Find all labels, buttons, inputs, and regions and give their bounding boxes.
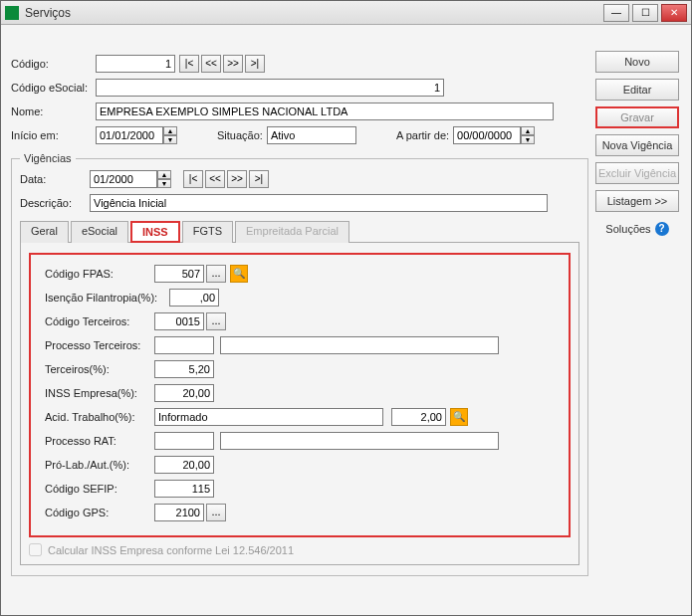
fpas-row: Código FPAS: ... 🔍 bbox=[45, 265, 555, 283]
nav-first[interactable]: |< bbox=[179, 55, 199, 73]
codigo-esocial-input[interactable] bbox=[96, 79, 444, 97]
situacao-input[interactable] bbox=[267, 126, 356, 144]
terc-pct-input[interactable] bbox=[154, 360, 214, 378]
nav-next[interactable]: >> bbox=[223, 55, 243, 73]
novo-button[interactable]: Novo bbox=[595, 51, 679, 73]
cod-terc-row: Código Terceiros: ... bbox=[45, 312, 555, 330]
vig-data-row: Data: ▲ ▼ |< << >> >| bbox=[20, 170, 579, 188]
proc-rat-label: Processo RAT: bbox=[45, 435, 154, 447]
terc-pct-row: Terceiros(%): bbox=[45, 360, 555, 378]
prolab-label: Pró-Lab./Aut.(%): bbox=[45, 459, 154, 471]
proc-rat-input[interactable] bbox=[154, 432, 214, 450]
editar-button[interactable]: Editar bbox=[595, 79, 679, 101]
cod-terc-input[interactable] bbox=[154, 312, 204, 330]
prolab-input[interactable] bbox=[154, 456, 214, 474]
sefip-input[interactable] bbox=[154, 480, 214, 498]
inicio-down[interactable]: ▼ bbox=[163, 135, 177, 144]
inss-highlight-box: Código FPAS: ... 🔍 Isenção Filantropia(%… bbox=[29, 253, 571, 537]
tab-empreitada[interactable]: Empreitada Parcial bbox=[235, 221, 349, 243]
help-icon[interactable]: ? bbox=[655, 222, 669, 236]
gps-input[interactable] bbox=[154, 504, 204, 521]
vig-data-spin: ▲ ▼ bbox=[90, 170, 171, 188]
fpas-lookup[interactable]: ... bbox=[206, 265, 226, 283]
terc-pct-label: Terceiros(%): bbox=[45, 363, 154, 375]
proc-terc-desc[interactable] bbox=[220, 336, 499, 354]
apartir-input[interactable] bbox=[453, 126, 521, 144]
cod-terc-label: Código Terceiros: bbox=[45, 315, 154, 327]
cod-terc-lookup[interactable]: ... bbox=[206, 312, 226, 330]
calc-inss-label: Calcular INSS Empresa conforme Lei 12.54… bbox=[48, 544, 294, 556]
proc-rat-row: Processo RAT: bbox=[45, 432, 555, 450]
vig-desc-input[interactable] bbox=[90, 194, 548, 212]
sefip-label: Código SEFIP: bbox=[45, 483, 154, 495]
fpas-input[interactable] bbox=[154, 265, 204, 283]
acid-value[interactable] bbox=[391, 408, 446, 426]
gravar-button[interactable]: Gravar bbox=[595, 106, 679, 128]
isencao-row: Isenção Filantropia(%): bbox=[45, 289, 555, 307]
acid-select[interactable] bbox=[154, 408, 383, 426]
maximize-button[interactable]: ☐ bbox=[632, 4, 658, 22]
vig-data-down[interactable]: ▼ bbox=[157, 179, 171, 188]
isencao-input[interactable] bbox=[169, 289, 219, 307]
acid-search-icon[interactable]: 🔍 bbox=[450, 408, 468, 426]
vig-nav-first[interactable]: |< bbox=[183, 170, 203, 188]
prolab-row: Pró-Lab./Aut.(%): bbox=[45, 456, 555, 474]
listagem-button[interactable]: Listagem >> bbox=[595, 190, 679, 212]
codigo-esocial-row: Código eSocial: bbox=[11, 79, 588, 97]
minimize-button[interactable]: — bbox=[603, 4, 629, 22]
client-area: Novo Editar Gravar Nova Vigência Excluir… bbox=[1, 25, 691, 615]
vig-nav-next[interactable]: >> bbox=[227, 170, 247, 188]
titlebar: Serviços — ☐ ✕ bbox=[1, 1, 691, 25]
codigo-nav: |< << >> >| bbox=[179, 55, 265, 73]
tab-inss[interactable]: INSS bbox=[130, 221, 180, 243]
close-button[interactable]: ✕ bbox=[661, 4, 687, 22]
nome-input[interactable] bbox=[96, 103, 554, 120]
solucoes-label[interactable]: Soluções bbox=[605, 223, 650, 235]
gps-label: Código GPS: bbox=[45, 507, 154, 518]
codigo-label: Código: bbox=[11, 58, 96, 70]
codigo-esocial-label: Código eSocial: bbox=[11, 82, 96, 94]
situacao-label: Situação: bbox=[217, 129, 263, 141]
window: Serviços — ☐ ✕ Novo Editar Gravar Nova V… bbox=[0, 0, 692, 616]
inss-emp-label: INSS Empresa(%): bbox=[45, 387, 154, 399]
nome-row: Nome: bbox=[11, 103, 588, 120]
app-icon bbox=[5, 6, 19, 20]
apartir-spin: ▲ ▼ bbox=[453, 126, 535, 144]
apartir-up[interactable]: ▲ bbox=[521, 126, 535, 135]
window-title: Serviços bbox=[25, 6, 603, 20]
nav-prev[interactable]: << bbox=[201, 55, 221, 73]
vig-nav-prev[interactable]: << bbox=[205, 170, 225, 188]
fpas-search-icon[interactable]: 🔍 bbox=[230, 265, 248, 283]
inss-emp-input[interactable] bbox=[154, 384, 214, 402]
tab-esocial[interactable]: eSocial bbox=[71, 221, 128, 243]
tab-fgts[interactable]: FGTS bbox=[182, 221, 233, 243]
inicio-spin: ▲ ▼ bbox=[96, 126, 177, 144]
inicio-row: Início em: ▲ ▼ Situação: A partir de: ▲ … bbox=[11, 126, 588, 144]
vigencias-fieldset: Vigências Data: ▲ ▼ |< << >> >| bbox=[11, 152, 588, 576]
side-buttons: Novo Editar Gravar Nova Vigência Excluir… bbox=[595, 51, 679, 240]
tab-geral[interactable]: Geral bbox=[20, 221, 69, 243]
calc-inss-checkbox[interactable] bbox=[29, 543, 42, 556]
acid-row: Acid. Trabalho(%): 🔍 bbox=[45, 408, 555, 426]
vig-desc-label: Descrição: bbox=[20, 197, 90, 209]
vig-data-input[interactable] bbox=[90, 170, 157, 188]
proc-terc-label: Processo Terceiros: bbox=[45, 339, 154, 351]
vig-data-up[interactable]: ▲ bbox=[157, 170, 171, 179]
nova-vigencia-button[interactable]: Nova Vigência bbox=[595, 134, 679, 156]
proc-terc-input[interactable] bbox=[154, 336, 214, 354]
isencao-label: Isenção Filantropia(%): bbox=[45, 292, 169, 304]
proc-rat-desc[interactable] bbox=[220, 432, 499, 450]
acid-label: Acid. Trabalho(%): bbox=[45, 411, 154, 423]
solucoes-row: Soluções ? bbox=[595, 218, 679, 240]
inicio-input[interactable] bbox=[96, 126, 163, 144]
codigo-input[interactable] bbox=[96, 55, 175, 73]
gps-lookup[interactable]: ... bbox=[206, 504, 226, 521]
inicio-up[interactable]: ▲ bbox=[163, 126, 177, 135]
vig-nav-last[interactable]: >| bbox=[249, 170, 269, 188]
codigo-row: Código: |< << >> >| bbox=[11, 55, 588, 73]
vig-desc-row: Descrição: bbox=[20, 194, 579, 212]
excluir-vigencia-button[interactable]: Excluir Vigência bbox=[595, 162, 679, 184]
apartir-down[interactable]: ▼ bbox=[521, 135, 535, 144]
nav-last[interactable]: >| bbox=[245, 55, 265, 73]
gps-row: Código GPS: ... bbox=[45, 504, 555, 521]
